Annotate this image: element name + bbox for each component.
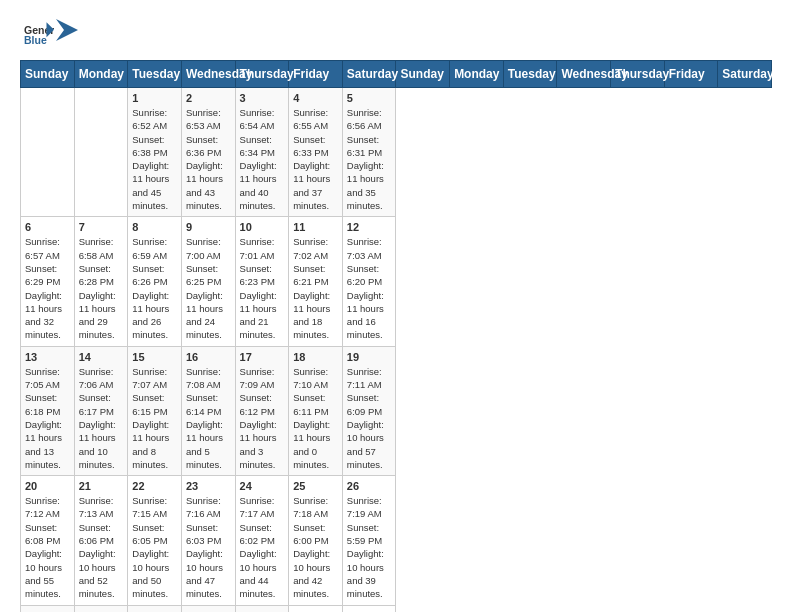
day-number: 23 bbox=[186, 480, 231, 492]
day-info: Sunrise: 7:00 AM Sunset: 6:25 PM Dayligh… bbox=[186, 235, 231, 341]
calendar-cell: 25Sunrise: 7:18 AM Sunset: 6:00 PM Dayli… bbox=[289, 476, 343, 605]
day-number: 4 bbox=[293, 92, 338, 104]
calendar-cell: 17Sunrise: 7:09 AM Sunset: 6:12 PM Dayli… bbox=[235, 346, 289, 475]
logo-icon: General Blue bbox=[24, 20, 54, 50]
day-info: Sunrise: 6:57 AM Sunset: 6:29 PM Dayligh… bbox=[25, 235, 70, 341]
calendar-table: SundayMondayTuesdayWednesdayThursdayFrid… bbox=[20, 60, 772, 612]
day-number: 24 bbox=[240, 480, 285, 492]
calendar-cell bbox=[342, 605, 396, 612]
header-monday: Monday bbox=[450, 61, 504, 88]
day-number: 14 bbox=[79, 351, 124, 363]
calendar-cell: 31Sunrise: 7:25 AM Sunset: 5:53 PM Dayli… bbox=[235, 605, 289, 612]
calendar-cell: 13Sunrise: 7:05 AM Sunset: 6:18 PM Dayli… bbox=[21, 346, 75, 475]
calendar-cell: 28Sunrise: 7:21 AM Sunset: 5:56 PM Dayli… bbox=[74, 605, 128, 612]
day-info: Sunrise: 7:18 AM Sunset: 6:00 PM Dayligh… bbox=[293, 494, 338, 600]
day-info: Sunrise: 7:12 AM Sunset: 6:08 PM Dayligh… bbox=[25, 494, 70, 600]
day-number: 12 bbox=[347, 221, 392, 233]
calendar-week-row: 6Sunrise: 6:57 AM Sunset: 6:29 PM Daylig… bbox=[21, 217, 772, 346]
day-info: Sunrise: 7:16 AM Sunset: 6:03 PM Dayligh… bbox=[186, 494, 231, 600]
day-number: 8 bbox=[132, 221, 177, 233]
day-number: 2 bbox=[186, 92, 231, 104]
header-friday: Friday bbox=[289, 61, 343, 88]
calendar-cell: 22Sunrise: 7:15 AM Sunset: 6:05 PM Dayli… bbox=[128, 476, 182, 605]
day-number: 11 bbox=[293, 221, 338, 233]
logo-arrow-icon bbox=[56, 19, 78, 41]
calendar-cell: 27Sunrise: 7:20 AM Sunset: 5:58 PM Dayli… bbox=[21, 605, 75, 612]
day-number: 6 bbox=[25, 221, 70, 233]
calendar-cell bbox=[289, 605, 343, 612]
calendar-cell: 24Sunrise: 7:17 AM Sunset: 6:02 PM Dayli… bbox=[235, 476, 289, 605]
calendar-cell bbox=[21, 88, 75, 217]
day-info: Sunrise: 6:53 AM Sunset: 6:36 PM Dayligh… bbox=[186, 106, 231, 212]
day-info: Sunrise: 7:05 AM Sunset: 6:18 PM Dayligh… bbox=[25, 365, 70, 471]
header-thursday: Thursday bbox=[611, 61, 665, 88]
day-info: Sunrise: 7:19 AM Sunset: 5:59 PM Dayligh… bbox=[347, 494, 392, 600]
svg-marker-3 bbox=[56, 19, 78, 41]
day-info: Sunrise: 7:03 AM Sunset: 6:20 PM Dayligh… bbox=[347, 235, 392, 341]
calendar-cell: 6Sunrise: 6:57 AM Sunset: 6:29 PM Daylig… bbox=[21, 217, 75, 346]
calendar-cell: 12Sunrise: 7:03 AM Sunset: 6:20 PM Dayli… bbox=[342, 217, 396, 346]
calendar-cell: 21Sunrise: 7:13 AM Sunset: 6:06 PM Dayli… bbox=[74, 476, 128, 605]
calendar-cell: 26Sunrise: 7:19 AM Sunset: 5:59 PM Dayli… bbox=[342, 476, 396, 605]
svg-text:Blue: Blue bbox=[24, 34, 47, 46]
day-info: Sunrise: 7:08 AM Sunset: 6:14 PM Dayligh… bbox=[186, 365, 231, 471]
day-info: Sunrise: 6:59 AM Sunset: 6:26 PM Dayligh… bbox=[132, 235, 177, 341]
calendar-cell: 16Sunrise: 7:08 AM Sunset: 6:14 PM Dayli… bbox=[181, 346, 235, 475]
calendar-cell: 11Sunrise: 7:02 AM Sunset: 6:21 PM Dayli… bbox=[289, 217, 343, 346]
calendar-cell: 8Sunrise: 6:59 AM Sunset: 6:26 PM Daylig… bbox=[128, 217, 182, 346]
day-number: 25 bbox=[293, 480, 338, 492]
day-info: Sunrise: 7:07 AM Sunset: 6:15 PM Dayligh… bbox=[132, 365, 177, 471]
day-info: Sunrise: 6:55 AM Sunset: 6:33 PM Dayligh… bbox=[293, 106, 338, 212]
header-wednesday: Wednesday bbox=[557, 61, 611, 88]
day-number: 17 bbox=[240, 351, 285, 363]
header-monday: Monday bbox=[74, 61, 128, 88]
header-friday: Friday bbox=[664, 61, 718, 88]
header-thursday: Thursday bbox=[235, 61, 289, 88]
day-info: Sunrise: 7:15 AM Sunset: 6:05 PM Dayligh… bbox=[132, 494, 177, 600]
day-number: 16 bbox=[186, 351, 231, 363]
calendar-cell: 9Sunrise: 7:00 AM Sunset: 6:25 PM Daylig… bbox=[181, 217, 235, 346]
calendar-cell: 1Sunrise: 6:52 AM Sunset: 6:38 PM Daylig… bbox=[128, 88, 182, 217]
day-info: Sunrise: 7:02 AM Sunset: 6:21 PM Dayligh… bbox=[293, 235, 338, 341]
calendar-cell: 4Sunrise: 6:55 AM Sunset: 6:33 PM Daylig… bbox=[289, 88, 343, 217]
day-info: Sunrise: 6:56 AM Sunset: 6:31 PM Dayligh… bbox=[347, 106, 392, 212]
day-number: 15 bbox=[132, 351, 177, 363]
day-number: 21 bbox=[79, 480, 124, 492]
day-number: 9 bbox=[186, 221, 231, 233]
calendar-cell: 14Sunrise: 7:06 AM Sunset: 6:17 PM Dayli… bbox=[74, 346, 128, 475]
day-number: 26 bbox=[347, 480, 392, 492]
day-info: Sunrise: 7:11 AM Sunset: 6:09 PM Dayligh… bbox=[347, 365, 392, 471]
header-saturday: Saturday bbox=[342, 61, 396, 88]
header-wednesday: Wednesday bbox=[181, 61, 235, 88]
calendar-week-row: 13Sunrise: 7:05 AM Sunset: 6:18 PM Dayli… bbox=[21, 346, 772, 475]
calendar-week-row: 27Sunrise: 7:20 AM Sunset: 5:58 PM Dayli… bbox=[21, 605, 772, 612]
day-info: Sunrise: 6:58 AM Sunset: 6:28 PM Dayligh… bbox=[79, 235, 124, 341]
calendar-cell: 7Sunrise: 6:58 AM Sunset: 6:28 PM Daylig… bbox=[74, 217, 128, 346]
calendar-cell bbox=[74, 88, 128, 217]
day-number: 13 bbox=[25, 351, 70, 363]
calendar-cell: 29Sunrise: 7:23 AM Sunset: 5:55 PM Dayli… bbox=[128, 605, 182, 612]
calendar-cell: 30Sunrise: 7:24 AM Sunset: 5:54 PM Dayli… bbox=[181, 605, 235, 612]
day-number: 20 bbox=[25, 480, 70, 492]
calendar-cell: 2Sunrise: 6:53 AM Sunset: 6:36 PM Daylig… bbox=[181, 88, 235, 217]
day-info: Sunrise: 7:06 AM Sunset: 6:17 PM Dayligh… bbox=[79, 365, 124, 471]
calendar-week-row: 1Sunrise: 6:52 AM Sunset: 6:38 PM Daylig… bbox=[21, 88, 772, 217]
day-info: Sunrise: 7:01 AM Sunset: 6:23 PM Dayligh… bbox=[240, 235, 285, 341]
header-tuesday: Tuesday bbox=[503, 61, 557, 88]
day-info: Sunrise: 6:54 AM Sunset: 6:34 PM Dayligh… bbox=[240, 106, 285, 212]
calendar-cell: 15Sunrise: 7:07 AM Sunset: 6:15 PM Dayli… bbox=[128, 346, 182, 475]
day-number: 18 bbox=[293, 351, 338, 363]
calendar-cell: 18Sunrise: 7:10 AM Sunset: 6:11 PM Dayli… bbox=[289, 346, 343, 475]
day-number: 22 bbox=[132, 480, 177, 492]
calendar-cell: 10Sunrise: 7:01 AM Sunset: 6:23 PM Dayli… bbox=[235, 217, 289, 346]
page-header: General Blue bbox=[20, 20, 772, 50]
header-saturday: Saturday bbox=[718, 61, 772, 88]
day-number: 7 bbox=[79, 221, 124, 233]
calendar-cell: 20Sunrise: 7:12 AM Sunset: 6:08 PM Dayli… bbox=[21, 476, 75, 605]
day-number: 3 bbox=[240, 92, 285, 104]
day-info: Sunrise: 7:13 AM Sunset: 6:06 PM Dayligh… bbox=[79, 494, 124, 600]
day-number: 5 bbox=[347, 92, 392, 104]
day-number: 1 bbox=[132, 92, 177, 104]
calendar-cell: 5Sunrise: 6:56 AM Sunset: 6:31 PM Daylig… bbox=[342, 88, 396, 217]
calendar-header-row: SundayMondayTuesdayWednesdayThursdayFrid… bbox=[21, 61, 772, 88]
